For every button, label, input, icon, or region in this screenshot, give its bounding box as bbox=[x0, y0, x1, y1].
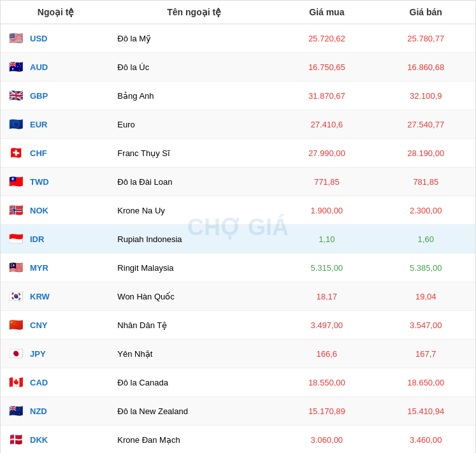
buy-price: 31.870,67 bbox=[277, 82, 376, 110]
sell-price: 2.300,00 bbox=[377, 196, 475, 225]
flag-icon: 🇲🇾 bbox=[7, 259, 25, 277]
table-row: 🇪🇺 EUR Euro27.410,627.540,77 bbox=[1, 110, 475, 139]
currency-cell: 🇮🇩 IDR bbox=[1, 225, 111, 254]
buy-price: 18.550,00 bbox=[277, 368, 376, 397]
header-buy: Giá mua bbox=[277, 1, 376, 24]
currency-cell: 🇺🇸 USD bbox=[1, 24, 111, 53]
currency-cell: 🇩🇰 DKK bbox=[1, 426, 111, 454]
table-row: 🇯🇵 JPY Yên Nhật166,6167,7 bbox=[1, 340, 475, 368]
table-row: 🇳🇿 NZD Đô la New Zealand15.170,8915.410,… bbox=[1, 397, 475, 426]
currency-cell: 🇳🇿 NZD bbox=[1, 397, 111, 426]
buy-price: 27.410,6 bbox=[277, 110, 376, 139]
table-header-row: Ngoại tệ Tên ngoại tệ Giá mua Giá bán bbox=[1, 1, 475, 24]
sell-price: 781,85 bbox=[377, 168, 475, 196]
currency-code: IDR bbox=[30, 234, 44, 244]
flag-icon: 🇺🇸 bbox=[7, 29, 25, 47]
currency-name: Euro bbox=[111, 110, 277, 139]
buy-price: 27.990,00 bbox=[277, 139, 376, 168]
currency-cell: 🇬🇧 GBP bbox=[1, 82, 111, 110]
currency-name: Krone Na Uy bbox=[111, 196, 277, 225]
currency-code: JPY bbox=[30, 349, 46, 359]
currency-name: Đô la Đài Loan bbox=[111, 168, 277, 196]
currency-cell: 🇦🇺 AUD bbox=[1, 53, 111, 82]
currency-name: Ringit Malaysia bbox=[111, 254, 277, 282]
flag-icon: 🇮🇩 bbox=[7, 230, 25, 248]
flag-icon: 🇨🇭 bbox=[7, 144, 25, 162]
currency-name: Won Hàn Quốc bbox=[111, 282, 277, 311]
currency-code: NZD bbox=[30, 406, 47, 416]
flag-icon: 🇦🇺 bbox=[7, 58, 25, 76]
flag-icon: 🇯🇵 bbox=[7, 345, 25, 363]
currency-cell: 🇹🇼 TWD bbox=[1, 168, 111, 196]
currency-table: Ngoại tệ Tên ngoại tệ Giá mua Giá bán 🇺🇸… bbox=[1, 1, 475, 453]
currency-cell: 🇰🇷 KRW bbox=[1, 282, 111, 311]
sell-price: 3.547,00 bbox=[377, 311, 475, 340]
table-body: 🇺🇸 USD Đô la Mỹ25.720,6225.780,77 🇦🇺 AUD… bbox=[1, 24, 475, 454]
buy-price: 166,6 bbox=[277, 340, 376, 368]
sell-price: 18.650,00 bbox=[377, 368, 475, 397]
table-row: 🇨🇳 CNY Nhân Dân Tệ3.497,003.547,00 bbox=[1, 311, 475, 340]
buy-price: 16.750,65 bbox=[277, 53, 376, 82]
sell-price: 16.860,68 bbox=[377, 53, 475, 82]
currency-code: EUR bbox=[30, 120, 47, 129]
table-row: 🇨🇦 CAD Đô la Canada18.550,0018.650,00 bbox=[1, 368, 475, 397]
table-row: 🇺🇸 USD Đô la Mỹ25.720,6225.780,77 bbox=[1, 24, 475, 53]
flag-icon: 🇹🇼 bbox=[7, 173, 25, 191]
sell-price: 28.190,00 bbox=[377, 139, 475, 168]
sell-price: 27.540,77 bbox=[377, 110, 475, 139]
currency-code: MYR bbox=[30, 263, 48, 273]
buy-price: 5.315,00 bbox=[277, 254, 376, 282]
currency-code: KRW bbox=[30, 292, 50, 301]
currency-code: CHF bbox=[30, 148, 47, 158]
currency-name: Rupiah Indonesia bbox=[111, 225, 277, 254]
table-row: 🇨🇭 CHF Franc Thụy Sĩ27.990,0028.190,00 bbox=[1, 139, 475, 168]
sell-price: 32.100,9 bbox=[377, 82, 475, 110]
buy-price: 3.497,00 bbox=[277, 311, 376, 340]
flag-icon: 🇳🇴 bbox=[7, 201, 25, 219]
table-row: 🇲🇾 MYR Ringit Malaysia5.315,005.385,00 bbox=[1, 254, 475, 282]
buy-price: 18,17 bbox=[277, 282, 376, 311]
flag-icon: 🇩🇰 bbox=[7, 431, 25, 449]
sell-price: 25.780,77 bbox=[377, 24, 475, 53]
table-container: Ngoại tệ Tên ngoại tệ Giá mua Giá bán 🇺🇸… bbox=[1, 1, 475, 453]
currency-table-wrapper: Ngoại tệ Tên ngoại tệ Giá mua Giá bán 🇺🇸… bbox=[0, 0, 476, 453]
currency-cell: 🇨🇦 CAD bbox=[1, 368, 111, 397]
currency-code: TWD bbox=[30, 177, 49, 187]
currency-cell: 🇨🇳 CNY bbox=[1, 311, 111, 340]
flag-icon: 🇰🇷 bbox=[7, 287, 25, 305]
buy-price: 3.060,00 bbox=[277, 426, 376, 454]
table-row: 🇮🇩 IDR Rupiah Indonesia1,101,60 bbox=[1, 225, 475, 254]
currency-name: Bảng Anh bbox=[111, 82, 277, 110]
table-row: 🇩🇰 DKK Krone Đan Mạch3.060,003.460,00 bbox=[1, 426, 475, 454]
table-row: 🇦🇺 AUD Đô la Úc16.750,6516.860,68 bbox=[1, 53, 475, 82]
currency-code: AUD bbox=[30, 62, 48, 72]
currency-code: CAD bbox=[30, 378, 48, 387]
currency-name: Franc Thụy Sĩ bbox=[111, 139, 277, 168]
currency-code: DKK bbox=[30, 435, 48, 445]
sell-price: 5.385,00 bbox=[377, 254, 475, 282]
flag-icon: 🇪🇺 bbox=[7, 115, 25, 133]
table-row: 🇹🇼 TWD Đô la Đài Loan771,85781,85 bbox=[1, 168, 475, 196]
currency-code: USD bbox=[30, 34, 47, 43]
flag-icon: 🇨🇦 bbox=[7, 373, 25, 391]
currency-cell: 🇨🇭 CHF bbox=[1, 139, 111, 168]
buy-price: 771,85 bbox=[277, 168, 376, 196]
flag-icon: 🇬🇧 bbox=[7, 87, 25, 104]
flag-icon: 🇨🇳 bbox=[7, 316, 25, 334]
flag-icon: 🇳🇿 bbox=[7, 402, 25, 420]
currency-name: Yên Nhật bbox=[111, 340, 277, 368]
sell-price: 3.460,00 bbox=[377, 426, 475, 454]
buy-price: 25.720,62 bbox=[277, 24, 376, 53]
sell-price: 19,04 bbox=[377, 282, 475, 311]
currency-cell: 🇪🇺 EUR bbox=[1, 110, 111, 139]
buy-price: 15.170,89 bbox=[277, 397, 376, 426]
table-row: 🇬🇧 GBP Bảng Anh31.870,6732.100,9 bbox=[1, 82, 475, 110]
currency-cell: 🇲🇾 MYR bbox=[1, 254, 111, 282]
buy-price: 1,10 bbox=[277, 225, 376, 254]
sell-price: 15.410,94 bbox=[377, 397, 475, 426]
table-row: 🇳🇴 NOK Krone Na Uy1.900,002.300,00 bbox=[1, 196, 475, 225]
header-name: Tên ngoại tệ bbox=[111, 1, 277, 24]
currency-name: Đô la Canada bbox=[111, 368, 277, 397]
currency-name: Đô la New Zealand bbox=[111, 397, 277, 426]
sell-price: 1,60 bbox=[377, 225, 475, 254]
